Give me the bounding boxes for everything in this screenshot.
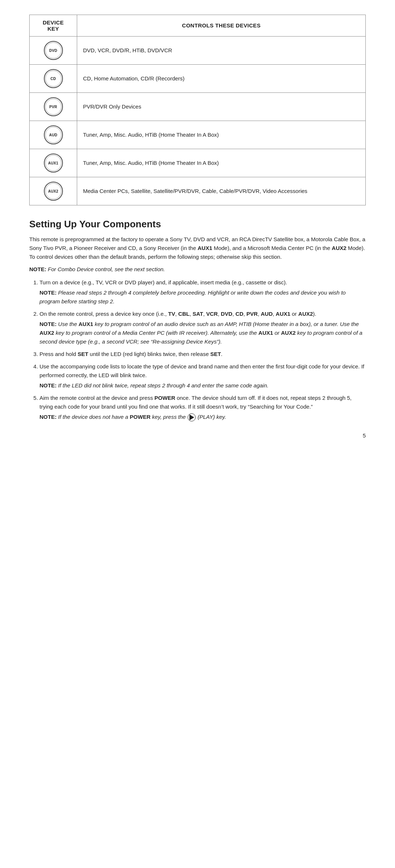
- step-5-note: NOTE: If the device does not have a POWE…: [40, 413, 366, 421]
- note-combo: NOTE: For Combo Device control, see the …: [29, 265, 366, 274]
- col-device-key-header: DEVICE KEY: [30, 15, 77, 37]
- key-button-dvd: DVD: [44, 41, 63, 60]
- device-key-cell: CD: [30, 65, 77, 93]
- table-row: DVDDVD, VCR, DVD/R, HTiB, DVD/VCR: [30, 37, 366, 65]
- step-3: Press and hold SET until the LED (red li…: [40, 350, 366, 359]
- table-row: AUDTuner, Amp, Misc. Audio, HTiB (Home T…: [30, 121, 366, 149]
- step-2-note: NOTE: Use the AUX1 key to program contro…: [40, 320, 366, 346]
- device-description-cell: DVD, VCR, DVD/R, HTiB, DVD/VCR: [77, 37, 366, 65]
- device-key-cell: AUD: [30, 121, 77, 149]
- step-2-text: On the remote control, press a device ke…: [40, 310, 366, 318]
- key-button-aux1: AUX1: [44, 153, 63, 173]
- col-controls-header: CONTROLS THESE DEVICES: [77, 15, 366, 37]
- play-icon: [188, 413, 196, 421]
- step-5: Aim the remote control at the device and…: [40, 394, 366, 421]
- play-triangle: [189, 414, 194, 420]
- device-description-cell: PVR/DVR Only Devices: [77, 93, 366, 121]
- key-button-aud: AUD: [44, 125, 63, 144]
- step-1-note: NOTE: Please read steps 2 through 4 comp…: [40, 288, 366, 306]
- key-button-pvr: PVR: [44, 97, 63, 116]
- key-button-cd: CD: [44, 69, 63, 88]
- device-key-cell: AUX1: [30, 149, 77, 177]
- table-row: AUX1Tuner, Amp, Misc. Audio, HTiB (Home …: [30, 149, 366, 177]
- device-description-cell: Tuner, Amp, Misc. Audio, HTiB (Home Thea…: [77, 149, 366, 177]
- device-key-cell: DVD: [30, 37, 77, 65]
- device-description-cell: Tuner, Amp, Misc. Audio, HTiB (Home Thea…: [77, 121, 366, 149]
- page-number: 5: [29, 432, 366, 439]
- device-description-cell: CD, Home Automation, CD/R (Recorders): [77, 65, 366, 93]
- step-5-text: Aim the remote control at the device and…: [40, 394, 366, 411]
- section-heading: Setting Up Your Components: [29, 219, 366, 230]
- step-1: Turn on a device (e.g., TV, VCR or DVD p…: [40, 278, 366, 306]
- step-4-text: Use the accompanying code lists to locat…: [40, 362, 366, 380]
- intro-paragraph: This remote is preprogrammed at the fact…: [29, 235, 366, 261]
- device-description-cell: Media Center PCs, Satellite, Satellite/P…: [77, 177, 366, 205]
- device-key-cell: AUX2: [30, 177, 77, 205]
- device-key-cell: PVR: [30, 93, 77, 121]
- step-2: On the remote control, press a device ke…: [40, 310, 366, 346]
- steps-list: Turn on a device (e.g., TV, VCR or DVD p…: [40, 278, 366, 421]
- step-3-text: Press and hold SET until the LED (red li…: [40, 350, 366, 359]
- table-row: CDCD, Home Automation, CD/R (Recorders): [30, 65, 366, 93]
- table-row: AUX2Media Center PCs, Satellite, Satelli…: [30, 177, 366, 205]
- table-row: PVRPVR/DVR Only Devices: [30, 93, 366, 121]
- key-button-aux2: AUX2: [44, 182, 63, 201]
- device-key-table: DEVICE KEY CONTROLS THESE DEVICES DVDDVD…: [29, 15, 366, 205]
- step-1-text: Turn on a device (e.g., TV, VCR or DVD p…: [40, 278, 366, 287]
- step-4: Use the accompanying code lists to locat…: [40, 362, 366, 390]
- step-4-note: NOTE: If the LED did not blink twice, re…: [40, 381, 366, 390]
